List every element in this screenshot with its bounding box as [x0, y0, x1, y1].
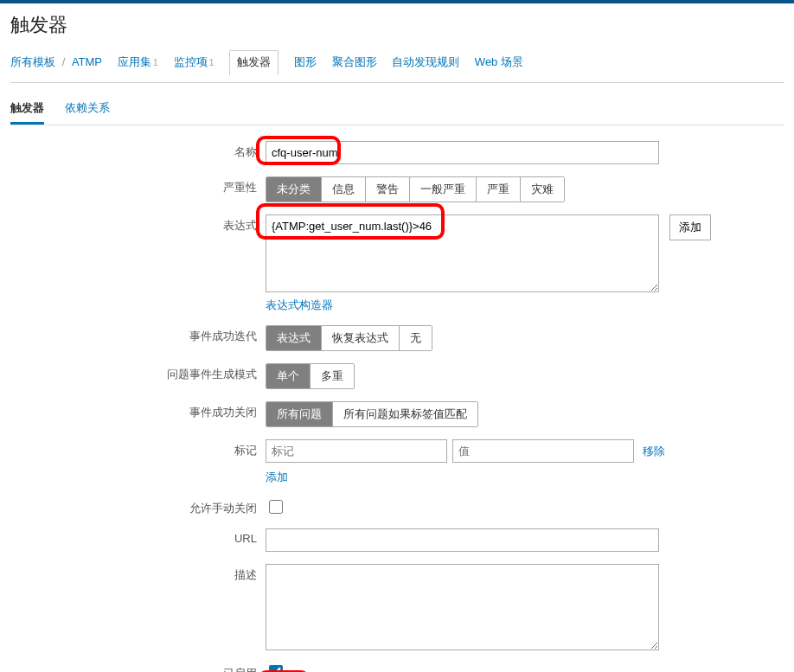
severity-high[interactable]: 严重	[477, 177, 521, 202]
ok-close-tagmatch[interactable]: 所有问题如果标签值匹配	[333, 402, 477, 426]
nav-items[interactable]: 监控项1	[174, 54, 215, 70]
label-severity: 严重性	[10, 176, 266, 195]
nav-screens[interactable]: 聚合图形	[332, 54, 377, 70]
nav-triggers[interactable]: 触发器	[229, 50, 279, 75]
problem-mode-segment: 单个 多重	[266, 363, 355, 389]
label-ok-gen: 事件成功迭代	[10, 325, 266, 344]
label-url: URL	[10, 528, 266, 545]
tag-key-input[interactable]	[266, 439, 447, 463]
nav-graphs[interactable]: 图形	[294, 54, 317, 70]
ok-gen-recovery[interactable]: 恢复表达式	[322, 326, 400, 350]
tag-row: 移除	[266, 439, 665, 463]
breadcrumb-sep: /	[62, 55, 66, 68]
tab-dependencies[interactable]: 依赖关系	[65, 95, 110, 125]
ok-gen-none[interactable]: 无	[400, 326, 432, 350]
severity-disaster[interactable]: 灾难	[521, 177, 564, 202]
label-problem-mode: 问题事件生成模式	[10, 363, 266, 382]
expression-input[interactable]	[266, 214, 659, 292]
ok-close-all[interactable]: 所有问题	[266, 402, 333, 426]
label-name: 名称	[10, 141, 266, 160]
label-tags: 标记	[10, 439, 266, 458]
label-expression: 表达式	[10, 214, 266, 234]
expression-add-button[interactable]: 添加	[669, 214, 711, 240]
tag-value-input[interactable]	[452, 439, 634, 463]
page-title: 触发器	[0, 3, 794, 50]
tag-add-link[interactable]: 添加	[266, 470, 288, 485]
ok-gen-segment: 表达式 恢复表达式 无	[266, 325, 432, 351]
nav-web[interactable]: Web 场景	[475, 54, 523, 70]
breadcrumb-all-templates[interactable]: 所有模板	[10, 55, 55, 68]
trigger-form: 名称 严重性 未分类 信息 警告 一般严重 严重 灾难 表达式 添加 表达式构造…	[10, 141, 784, 672]
severity-average[interactable]: 一般严重	[410, 177, 477, 202]
nav-discovery[interactable]: 自动发现规则	[392, 54, 459, 70]
severity-warning[interactable]: 警告	[366, 177, 410, 202]
tab-triggers[interactable]: 触发器	[10, 95, 44, 125]
label-ok-close: 事件成功关闭	[10, 401, 266, 420]
label-description: 描述	[10, 564, 266, 583]
severity-info[interactable]: 信息	[322, 177, 366, 202]
problem-mode-single[interactable]: 单个	[266, 364, 311, 388]
breadcrumb-template[interactable]: ATMP	[72, 55, 102, 68]
label-enabled: 已启用	[10, 662, 266, 672]
problem-mode-multiple[interactable]: 多重	[311, 364, 354, 388]
url-input[interactable]	[266, 528, 659, 552]
label-manual-close: 允许手动关闭	[10, 497, 266, 516]
ok-close-segment: 所有问题 所有问题如果标签值匹配	[266, 401, 478, 427]
severity-segment: 未分类 信息 警告 一般严重 严重 灾难	[266, 176, 565, 202]
enabled-checkbox[interactable]	[269, 665, 283, 672]
breadcrumb-nav: 所有模板 / ATMP 应用集1 监控项1 触发器 图形 聚合图形 自动发现规则…	[0, 50, 794, 83]
ok-gen-expression[interactable]: 表达式	[266, 326, 322, 350]
manual-close-checkbox[interactable]	[269, 500, 283, 514]
name-input[interactable]	[266, 141, 659, 164]
description-input[interactable]	[266, 564, 659, 650]
tag-remove-link[interactable]: 移除	[643, 444, 665, 459]
severity-not-classified[interactable]: 未分类	[266, 177, 322, 202]
expression-builder-link[interactable]: 表达式构造器	[266, 298, 333, 313]
nav-apps[interactable]: 应用集1	[118, 54, 158, 70]
